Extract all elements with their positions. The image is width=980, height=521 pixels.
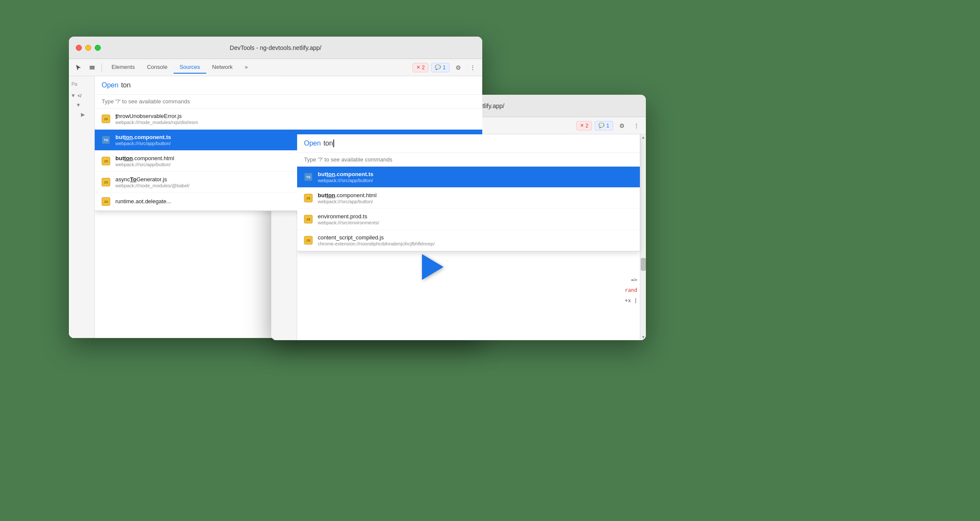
hint-text-front: Type '?' to see available commands bbox=[297, 153, 640, 167]
gear-icon-back[interactable]: ⚙ bbox=[452, 62, 464, 74]
tree-tag-1-back: </ bbox=[78, 93, 81, 98]
code-line-8: +x | bbox=[625, 295, 637, 306]
scroll-down-arrow[interactable]: ▼ bbox=[640, 334, 646, 340]
file-icon-2-back: TS bbox=[102, 136, 110, 144]
error-count-front: 2 bbox=[586, 123, 589, 129]
message-icon-back: 💬 bbox=[435, 65, 441, 70]
file-info-1-back: throwUnobservableError.js webpack:///nod… bbox=[115, 113, 475, 125]
command-palette-front: Open ton Type '?' to see available comma… bbox=[297, 134, 640, 251]
message-badge-front[interactable]: 💬 1 bbox=[595, 121, 613, 130]
minimize-button-back[interactable] bbox=[85, 45, 91, 51]
file-item-4-front[interactable]: JS content_script_compiled.js chrome-ext… bbox=[297, 230, 640, 251]
search-bar-front[interactable]: Open ton bbox=[297, 134, 640, 153]
file-name-1-front: button.component.ts bbox=[318, 171, 633, 177]
message-count-back: 1 bbox=[443, 65, 446, 71]
scroll-up-arrow[interactable]: ▲ bbox=[640, 134, 646, 140]
file-item-1-back[interactable]: JS throwUnobservableError.js webpack:///… bbox=[95, 109, 482, 130]
search-prefix-back: Open bbox=[102, 81, 118, 89]
highlight-ton-front: ton bbox=[326, 171, 335, 177]
file-info-2-front: button.component.html webpack:///src/app… bbox=[318, 192, 633, 204]
file-list-front: TS button.component.ts webpack:///src/ap… bbox=[297, 167, 640, 251]
file-icon-1-back: JS bbox=[102, 115, 110, 123]
highlight-but-back: but bbox=[115, 134, 124, 140]
message-count-front: 1 bbox=[606, 123, 609, 129]
tree-item-1-back: ▼ </ bbox=[71, 92, 93, 99]
gear-icon-front[interactable]: ⚙ bbox=[616, 120, 628, 132]
file-icon-3-front: JS bbox=[304, 215, 313, 223]
tab-bar-back: Elements Console Sources Network » bbox=[105, 61, 411, 74]
file-icon-3-back: JS bbox=[102, 157, 110, 165]
error-x-icon-back: ✕ bbox=[416, 65, 420, 70]
file-info-1-front: button.component.ts webpack:///src/app/b… bbox=[318, 171, 633, 183]
toolbar-right-back: ✕ 2 💬 1 ⚙ ⋮ bbox=[412, 62, 479, 74]
sidebar-back: Pa ▼ </ ▼ ▶ bbox=[69, 76, 95, 338]
file-icon-2-front: JS bbox=[304, 194, 313, 202]
message-badge-back[interactable]: 💬 1 bbox=[431, 63, 450, 72]
highlight-ton2-back: ton bbox=[124, 155, 133, 161]
file-info-3-front: environment.prod.ts webpack:///src/envir… bbox=[318, 213, 633, 225]
file-item-2-front[interactable]: JS button.component.html webpack:///src/… bbox=[297, 188, 640, 209]
svg-rect-1 bbox=[90, 67, 95, 68]
file-item-3-front[interactable]: JS environment.prod.ts webpack:///src/en… bbox=[297, 209, 640, 230]
svg-rect-2 bbox=[90, 68, 95, 69]
scrollbar-thumb[interactable] bbox=[641, 258, 646, 271]
file-path-2-front: webpack:///src/app/button/ bbox=[318, 199, 633, 204]
tab-sources-back[interactable]: Sources bbox=[174, 61, 206, 74]
traffic-lights-back bbox=[76, 45, 101, 51]
toolbar-back: Elements Console Sources Network » ✕ 2 💬… bbox=[69, 59, 482, 76]
error-x-icon-front: ✕ bbox=[580, 123, 584, 128]
highlight-but2-front: but bbox=[318, 192, 326, 198]
close-button-back[interactable] bbox=[76, 45, 82, 51]
file-info-4-front: content_script_compiled.js chrome-extens… bbox=[318, 234, 633, 246]
tab-elements-back[interactable]: Elements bbox=[105, 61, 141, 74]
error-badge-back[interactable]: ✕ 2 bbox=[412, 63, 429, 72]
file-icon-4-front: JS bbox=[304, 236, 313, 245]
scrollbar-front[interactable]: ▲ ▼ bbox=[640, 134, 646, 340]
search-input-front[interactable]: ton bbox=[323, 140, 333, 147]
content-area-front: Pa ▼ </ ▼ ick) </ap ick) ], None bbox=[271, 134, 646, 340]
tree-items-back: ▼ </ ▼ ▶ bbox=[71, 88, 93, 122]
file-icon-1-front: TS bbox=[304, 173, 313, 181]
file-name-3-front: environment.prod.ts bbox=[318, 213, 633, 220]
hint-text-back: Type '?' to see available commands bbox=[95, 95, 482, 109]
layers-icon-back[interactable] bbox=[86, 62, 98, 74]
more-icon-front[interactable]: ⋮ bbox=[630, 120, 642, 132]
more-icon-back[interactable]: ⋮ bbox=[467, 62, 479, 74]
window-title-back: DevTools - ng-devtools.netlify.app/ bbox=[230, 44, 322, 51]
tree-arrow-2-back: ▼ bbox=[76, 102, 81, 108]
search-input-back[interactable]: ton bbox=[121, 81, 130, 89]
tree-arrow-1-back: ▼ bbox=[71, 93, 76, 99]
file-path-1-front: webpack:///src/app/button/ bbox=[318, 178, 633, 183]
title-bar-back: DevTools - ng-devtools.netlify.app/ bbox=[69, 37, 482, 59]
file-name-4-front: content_script_compiled.js bbox=[318, 234, 633, 241]
highlight-but2-back: but bbox=[115, 155, 124, 161]
message-icon-front: 💬 bbox=[599, 123, 605, 128]
error-badge-front[interactable]: ✕ 2 bbox=[576, 121, 592, 130]
file-name-2-front: button.component.html bbox=[318, 192, 633, 198]
svg-rect-0 bbox=[90, 66, 95, 67]
search-prefix-front: Open bbox=[304, 140, 321, 147]
highlight-ton-back: ton bbox=[124, 134, 133, 140]
cursor-blink-front bbox=[333, 140, 334, 147]
toolbar-right-front: ✕ 2 💬 1 ⚙ ⋮ bbox=[576, 120, 642, 132]
file-icon-4-back: JS bbox=[102, 178, 110, 186]
highlight-but-front: but bbox=[318, 171, 326, 177]
cursor-icon-back[interactable] bbox=[72, 62, 84, 74]
tab-more-back[interactable]: » bbox=[239, 61, 254, 74]
main-content-front: ick) </ap ick) ], None => rand +x | ▲ ▼ … bbox=[297, 134, 646, 340]
file-path-3-front: webpack:///src/environments/ bbox=[318, 220, 633, 225]
arrow-shape bbox=[422, 254, 443, 280]
file-name-1-back: throwUnobservableError.js bbox=[115, 113, 475, 119]
tree-item-3-back: ▶ bbox=[81, 111, 93, 118]
highlight-t-back: t bbox=[115, 113, 117, 119]
toolbar-sep-back bbox=[102, 63, 102, 72]
tab-console-back[interactable]: Console bbox=[141, 61, 174, 74]
tree-item-2-back: ▼ bbox=[76, 101, 93, 109]
tab-network-back[interactable]: Network bbox=[206, 61, 239, 74]
file-item-1-front[interactable]: TS button.component.ts webpack:///src/ap… bbox=[297, 167, 640, 188]
search-bar-back[interactable]: Open ton bbox=[95, 76, 482, 95]
error-count-back: 2 bbox=[422, 65, 425, 71]
maximize-button-back[interactable] bbox=[95, 45, 101, 51]
tree-arrow-3-back: ▶ bbox=[81, 112, 85, 118]
highlight-to-back: To bbox=[130, 176, 136, 183]
